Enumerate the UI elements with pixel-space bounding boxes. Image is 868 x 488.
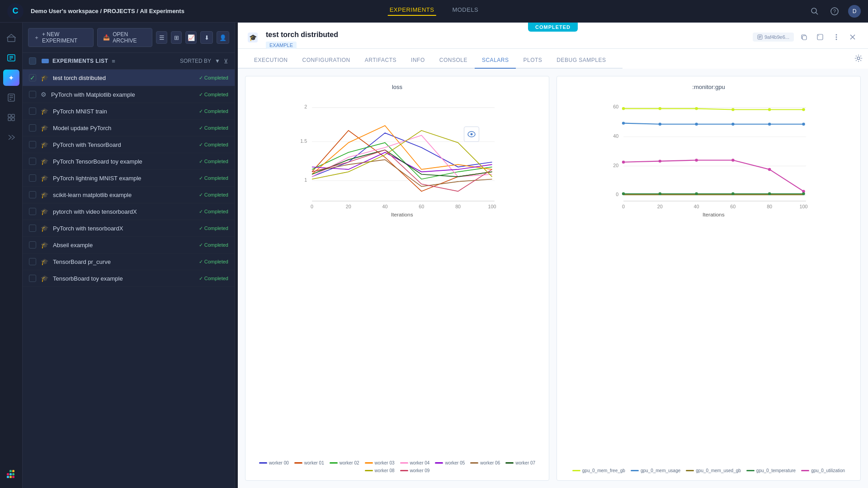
- item-checkbox[interactable]: [29, 158, 36, 165]
- experiment-type-icon: 🎓: [41, 174, 48, 182]
- item-checkbox[interactable]: [29, 258, 36, 265]
- sidebar-item-experiments[interactable]: [3, 50, 19, 66]
- list-view-button[interactable]: ☰: [156, 31, 167, 44]
- item-checkbox[interactable]: ✓: [29, 74, 36, 81]
- eye-button[interactable]: [464, 127, 479, 145]
- sort-control[interactable]: SORTED BY ▼: [180, 58, 220, 64]
- svg-point-88: [659, 160, 661, 162]
- breadcrumb-sep2: /: [137, 8, 138, 14]
- item-checkbox[interactable]: [29, 225, 36, 232]
- list-item[interactable]: 🎓 PyTorch with TensorBoard ✓ Completed: [23, 136, 235, 153]
- svg-point-45: [471, 133, 473, 136]
- item-checkbox[interactable]: [29, 208, 36, 215]
- grid-view-button[interactable]: ⊞: [171, 31, 182, 44]
- detail-settings-icon[interactable]: [854, 54, 868, 64]
- svg-text:D: D: [853, 8, 857, 14]
- legend-color-gpu-temp: [746, 470, 755, 471]
- item-checkbox[interactable]: [29, 191, 36, 198]
- gpu-monitor-chart: :monitor:gpu 60 40 20 0: [557, 76, 861, 481]
- list-item[interactable]: 🎓 PyTorch TensorBoard toy example ✓ Comp…: [23, 153, 235, 170]
- user-avatar[interactable]: D: [848, 5, 861, 18]
- charts-area: loss 2 1.5 1 0 2: [238, 69, 868, 488]
- new-experiment-button[interactable]: ＋ + NEW EXPERIMENT: [28, 28, 94, 47]
- search-icon[interactable]: [808, 5, 821, 18]
- sidebar-item-ai[interactable]: ✦: [3, 70, 19, 86]
- list-item[interactable]: 🎓 Abseil example ✓ Completed: [23, 237, 235, 253]
- tab-console[interactable]: CONSOLE: [432, 52, 475, 69]
- list-item[interactable]: 🎓 pytorch with video tensorboardX ✓ Comp…: [23, 203, 235, 220]
- list-item[interactable]: 🎓 TensorbBoard toy example ✓ Completed: [23, 270, 235, 287]
- legend-worker-04: worker 04: [400, 460, 430, 465]
- sidebar-item-data[interactable]: [3, 109, 19, 126]
- item-checkbox[interactable]: [29, 124, 36, 131]
- tab-artifacts[interactable]: ARTIFACTS: [358, 52, 404, 69]
- list-filter-icon[interactable]: ≡: [112, 58, 115, 65]
- legend-color-worker07: [505, 462, 514, 464]
- tab-scalars[interactable]: SCALARS: [475, 52, 516, 69]
- more-icon[interactable]: [830, 31, 843, 43]
- tab-models[interactable]: MODELS: [450, 6, 480, 16]
- svg-rect-36: [802, 36, 807, 40]
- svg-text:1.5: 1.5: [300, 138, 307, 144]
- chart-view-button[interactable]: 📈: [185, 31, 197, 44]
- projects-link[interactable]: PROJECTS: [104, 8, 135, 14]
- list-item[interactable]: 🎓 scikit-learn matplotlib example ✓ Comp…: [23, 187, 235, 203]
- tab-configuration[interactable]: CONFIGURATION: [295, 52, 358, 69]
- list-header: EXPERIMENTS LIST ≡ SORTED BY ▼ ⊻: [23, 53, 235, 70]
- item-checkbox[interactable]: [29, 108, 36, 115]
- experiment-status: ✓ Completed: [199, 209, 228, 215]
- legend-color-worker03: [365, 462, 373, 464]
- list-item[interactable]: ✓ 🎓 test torch distributed ✓ Completed: [23, 70, 235, 86]
- item-checkbox[interactable]: [29, 241, 36, 249]
- experiments-list-title: EXPERIMENTS LIST: [52, 58, 108, 64]
- legend-color-worker09: [400, 470, 408, 471]
- sidebar-item-home[interactable]: [3, 30, 19, 46]
- list-item[interactable]: 🎓 PyTorch MNIST train ✓ Completed: [23, 103, 235, 120]
- header-checkbox[interactable]: [29, 57, 36, 65]
- experiment-id-badge: 9af4b9e6...: [753, 33, 794, 42]
- experiment-type-icon: 🎓: [41, 74, 48, 81]
- svg-point-78: [731, 108, 734, 111]
- help-icon[interactable]: ?: [828, 5, 841, 18]
- svg-point-96: [731, 192, 734, 195]
- item-checkbox[interactable]: [29, 91, 36, 98]
- tab-experiments[interactable]: EXPERIMENTS: [388, 6, 436, 16]
- svg-point-39: [836, 37, 837, 38]
- copy-icon[interactable]: [797, 31, 810, 43]
- tab-execution[interactable]: EXECUTION: [247, 52, 295, 69]
- item-checkbox[interactable]: [29, 174, 36, 182]
- filter-button[interactable]: ⊻: [224, 58, 228, 65]
- experiment-name: PyTorch with tensorboardX: [53, 225, 194, 232]
- collapse-icon[interactable]: [42, 59, 49, 63]
- experiment-type-icon: 🎓: [41, 241, 48, 249]
- tab-info[interactable]: INFO: [404, 52, 432, 69]
- list-item[interactable]: 🎓 TensorBoard pr_curve ✓ Completed: [23, 253, 235, 270]
- close-icon[interactable]: [846, 31, 859, 43]
- detail-panel: COMPLETED 🎓 test torch distributed EXAMP…: [238, 23, 868, 488]
- svg-point-76: [659, 107, 661, 110]
- tab-debug-samples[interactable]: DEBUG SAMPLES: [549, 52, 613, 69]
- svg-text:1: 1: [304, 177, 307, 183]
- sidebar-item-reports[interactable]: [3, 89, 19, 106]
- experiment-name: test torch distributed: [53, 75, 194, 81]
- list-item[interactable]: ⚙ PyTorch with Matplotlib example ✓ Comp…: [23, 86, 235, 103]
- list-item[interactable]: 🎓 PyTorch with tensorboardX ✓ Completed: [23, 220, 235, 237]
- svg-text:20: 20: [657, 204, 663, 209]
- expand-icon[interactable]: [814, 31, 826, 43]
- sidebar-item-pipelines[interactable]: [3, 129, 19, 145]
- workspace-link[interactable]: Demo User's workspace: [31, 8, 99, 14]
- logo[interactable]: C: [7, 3, 24, 19]
- experiment-type-icon: 🎓: [41, 275, 48, 282]
- list-item[interactable]: 🎓 PyTorch lightning MNIST example ✓ Comp…: [23, 170, 235, 187]
- svg-rect-28: [12, 476, 14, 478]
- item-checkbox[interactable]: [29, 141, 36, 148]
- settings-button2[interactable]: 👤: [217, 31, 229, 44]
- list-item[interactable]: 🎓 Model update PyTorch ✓ Completed: [23, 120, 235, 136]
- sidebar-item-slack[interactable]: [6, 469, 16, 481]
- item-checkbox[interactable]: [29, 275, 36, 282]
- download-button[interactable]: ⬇: [200, 31, 213, 44]
- svg-text:100: 100: [800, 204, 808, 209]
- open-archive-button[interactable]: 📥 OPEN ARCHIVE: [97, 28, 152, 47]
- svg-point-97: [768, 192, 771, 195]
- tab-plots[interactable]: PLOTS: [516, 52, 549, 69]
